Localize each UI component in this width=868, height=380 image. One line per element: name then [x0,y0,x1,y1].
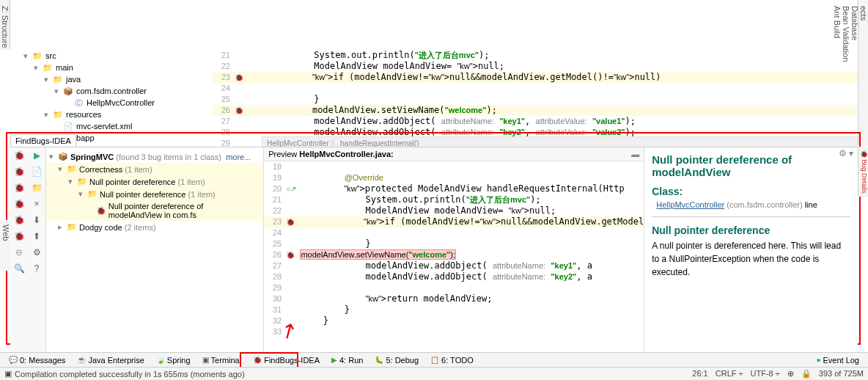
findbugs-panel: 🐞▶ 🐞📄 🐞📁 🐞× 🐞⬇ 🐞⬆ ⊖⚙ 🔍? ▾ 📦 SpringMVC (f… [10,147,858,352]
bottom-tab[interactable]: ▶4: Run [327,354,367,366]
fb-tree-item[interactable]: 🐞Null pointer dereference of modelAndVie… [46,200,263,221]
preview-code[interactable]: 18 19 @Override20○↗ "kw">protected Model… [264,161,644,352]
tree-item[interactable]: ▾📁java [13,73,213,85]
preview-code-line[interactable]: 22 ModelAndView modelAndView= "kw">null; [264,205,644,216]
fb-btn-9[interactable]: 🐞 [10,212,28,228]
findbugs-detail: Null pointer dereference of modelAndView… [644,147,858,352]
status-item[interactable]: ⊕ [787,369,794,379]
fb-root[interactable]: ▾ 📦 SpringMVC (found 3 bug items in 1 cl… [46,150,263,163]
fb-more-link[interactable]: more... [226,153,251,161]
code-line[interactable]: 22 ModelAndView modelAndView= "kw">null; [213,61,858,72]
preview-code-line[interactable]: 23🐞 "kw">if (modelAndView!="kw">null&&mo… [264,216,644,227]
status-item[interactable]: 🔒 [801,369,812,379]
bottom-tab[interactable]: 🐛5: Debug [370,354,423,366]
status-right: 26:1CRLF ÷UTF-8 ÷⊕🔒393 of 725M [692,369,864,379]
preview-code-line[interactable]: 18 [264,161,644,172]
structure-tab[interactable]: Z: Structure [1,6,10,48]
fb-root-label: SpringMVC [70,153,114,161]
bottom-tab[interactable]: ☕Java Enterprise [73,354,148,366]
bottom-tab[interactable]: ▣Terminal [198,354,246,366]
preview-code-line[interactable]: 30 "kw">return modelAndView; [264,293,644,304]
left-sidebar-lower[interactable]: Web 2: Favorites [0,220,10,271]
preview-code-line[interactable]: 32 } [264,315,644,326]
fb-btn-3[interactable]: 🐞 [10,164,28,180]
detail-subtitle: Null pointer dereference [652,224,850,236]
fb-btn-8[interactable]: × [28,196,45,212]
fb-btn-14[interactable]: ⚙ [28,244,45,260]
fb-btn-15[interactable]: 🔍 [10,260,28,277]
detail-class-line: line [805,200,817,209]
tree-item[interactable]: 📄mvc-servlet.xml [13,120,213,132]
preview-code-line[interactable]: 19 @Override [264,172,644,183]
fb-btn-11[interactable]: 🐞 [10,228,28,244]
bottom-tab[interactable]: 💬0: Messages [4,354,70,366]
findbugs-tree[interactable]: ▾ 📦 SpringMVC (found 3 bug items in 1 cl… [46,147,264,352]
preview-code-line[interactable]: 20○↗ "kw">protected ModelAndView handleR… [264,183,644,194]
preview-code-line[interactable]: 28 modelAndView.addObject( attributeName… [264,271,644,282]
bottom-tool-bar: 💬0: Messages☕Java Enterprise🍃Spring▣Term… [0,352,868,367]
preview-code-line[interactable]: 26🐞 modelAndView.setViewName("welcome"); [264,249,644,260]
code-line[interactable]: 21 System.out.println("进入了后台mvc"); [213,50,858,61]
fb-btn-6[interactable]: 📁 [28,180,45,196]
status-item[interactable]: CRLF ÷ [716,369,743,379]
right-tab-3[interactable]: Ant Build [833,6,842,143]
web-tab[interactable]: Web [1,224,10,266]
fb-btn-5[interactable]: 🐞 [10,180,28,196]
preview-code-line[interactable]: 25 } [264,238,644,249]
status-icon: ▣ [4,369,12,379]
gear-icon[interactable]: ⚙ ▾ [839,148,853,158]
detail-title: Null pointer dereference of modelAndView [652,153,850,178]
right-tab-2[interactable]: Bean Validation [842,6,850,143]
fb-tree-item[interactable]: ▾📁Null pointer dereference (1 item) [46,188,263,200]
detail-class-label: Class: [652,186,850,197]
status-item[interactable]: UTF-8 ÷ [751,369,780,379]
event-log-tab[interactable]: ●Event Log [812,354,864,366]
tree-item[interactable]: ⒸHellpMvcController [13,97,213,109]
status-item[interactable]: 26:1 [692,369,707,379]
fb-btn-2[interactable]: ▶ [28,147,45,164]
preview-label: Preview [268,150,297,158]
status-bar: ▣ Compilation completed successfully in … [0,367,868,380]
tree-item[interactable]: ▾📦com.fsdm.controller [13,85,213,97]
code-line[interactable]: 27 modelAndView.addObject( attributeName… [213,116,858,127]
status-item[interactable]: 393 of 725M [819,369,864,379]
favorites-tab[interactable]: 2: Favorites [0,224,1,266]
preview-code-line[interactable]: 27 modelAndView.addObject( attributeName… [264,260,644,271]
preview-code-line[interactable]: 21 System.out.println("进入了后台mvc"); [264,194,644,205]
bottom-tab[interactable]: 🍃Spring [152,354,195,366]
preview-header: Preview HellpMvcController.java: ▬ [264,147,644,161]
bottom-tab[interactable]: 🐞FindBugs-IDEA [249,354,324,366]
code-line[interactable]: 23🐞 "kw">if (modelAndView!="kw">null&&mo… [213,72,858,83]
fb-tree-item[interactable]: ▾📁Null pointer dereference (1 item) [46,175,263,188]
preview-filename: HellpMvcController.java: [299,150,393,158]
code-line[interactable]: 25 } [213,94,858,105]
fb-btn-12[interactable]: ⬆ [28,228,45,244]
preview-code-line[interactable]: 33 [264,326,644,337]
fb-btn-1[interactable]: 🐞 [10,147,28,164]
tree-item[interactable]: ▾📁resources [13,109,213,120]
fb-btn-13[interactable]: ⊖ [10,244,28,260]
fb-btn-10[interactable]: ⬇ [28,212,45,228]
detail-class-pkg: (com.fsdm.controller) [727,200,802,209]
fb-tree-item[interactable]: ▸📁Dodgy code (2 items) [46,221,263,233]
fb-tree-item[interactable]: ▾📁Correctness (1 item) [46,163,263,175]
code-line[interactable]: 26🐞 modelAndView.setViewName("welcome"); [213,105,858,116]
bottom-tab[interactable]: 📋6: TODO [426,354,478,366]
preview-code-line[interactable]: 29 [264,282,644,293]
tree-item[interactable]: ▾📁main [13,62,213,73]
findbugs-tab-header[interactable]: FindBugs-IDEA [10,134,76,147]
fb-btn-7[interactable]: 🐞 [10,196,28,212]
preview-code-line[interactable]: 31 } [264,304,644,315]
right-tab-1[interactable]: Database [850,6,859,143]
right-tool-sidebar[interactable]: ects Database Bean Validation Ant Build [858,0,868,145]
bug-details-tab[interactable]: 🐞 Bug Details [858,147,868,197]
code-line[interactable]: 24 [213,83,858,94]
right-tab-0[interactable]: ects [859,6,868,143]
tree-item[interactable]: ▾📁src [13,50,213,62]
fb-btn-16[interactable]: ? [28,260,45,277]
preview-close-icon[interactable]: ▬ [631,150,639,158]
detail-class-link[interactable]: HellpMvcController [656,200,724,209]
preview-code-line[interactable]: 24 [264,227,644,238]
fb-btn-4[interactable]: 📄 [28,164,45,180]
left-tool-sidebar[interactable]: Z: Structure [0,0,10,50]
